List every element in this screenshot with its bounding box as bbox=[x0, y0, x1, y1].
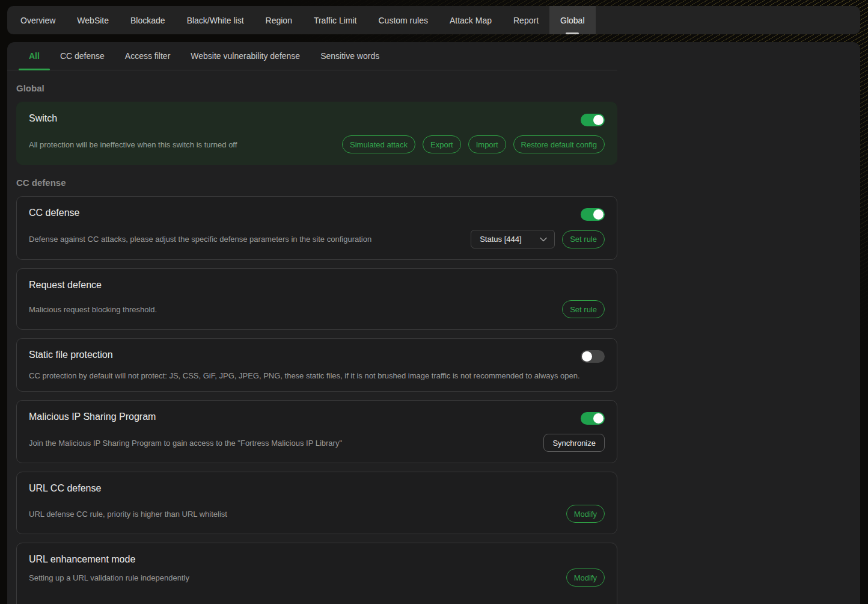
import-button[interactable]: Import bbox=[468, 135, 506, 153]
tab-website-vulnerability-defense[interactable]: Website vulnerability defense bbox=[180, 42, 310, 70]
nav-item-blockade[interactable]: Blockade bbox=[120, 6, 176, 34]
url-cc-defense-title: URL CC defense bbox=[29, 483, 101, 494]
switch-card: Switch All protection will be ineffectiv… bbox=[16, 102, 617, 165]
malicious-ip-sharing-toggle[interactable] bbox=[581, 412, 605, 425]
dropdown-selected-value: Status [444] bbox=[480, 235, 521, 244]
nav-item-custom-rules[interactable]: Custom rules bbox=[368, 6, 439, 34]
static-file-protection-title: Static file protection bbox=[29, 350, 113, 360]
section-heading-cc-defense: CC defense bbox=[16, 177, 617, 188]
malicious-ip-sharing-description: Join the Malicious IP Sharing Program to… bbox=[29, 439, 342, 448]
malicious-ip-sharing-title: Malicious IP Sharing Program bbox=[29, 411, 156, 422]
nav-item-website[interactable]: WebSite bbox=[66, 6, 120, 34]
cc-defense-title: CC defense bbox=[29, 208, 80, 218]
url-enhancement-mode-card: URL enhancement mode Setting up a URL va… bbox=[16, 543, 617, 604]
sub-tab-bar: All CC defense Access filter Website vul… bbox=[7, 42, 617, 70]
static-file-protection-description: CC protection by default will not protec… bbox=[29, 371, 580, 380]
cc-defense-card: CC defense Defense against CC attacks, p… bbox=[16, 196, 617, 260]
nav-item-traffic-limit[interactable]: Traffic Limit bbox=[303, 6, 368, 34]
url-enhancement-modify-button[interactable]: Modify bbox=[566, 569, 605, 587]
main-panel: All CC defense Access filter Website vul… bbox=[7, 42, 860, 604]
switch-card-title: Switch bbox=[29, 113, 57, 124]
synchronize-button[interactable]: Synchronize bbox=[543, 434, 605, 452]
tab-cc-defense[interactable]: CC defense bbox=[50, 42, 115, 70]
url-cc-defense-description: URL defense CC rule, priority is higher … bbox=[29, 510, 227, 519]
tab-access-filter[interactable]: Access filter bbox=[115, 42, 180, 70]
toggle-knob bbox=[582, 351, 592, 362]
url-cc-defense-modify-button[interactable]: Modify bbox=[566, 505, 605, 523]
cc-defense-toggle[interactable] bbox=[581, 208, 605, 221]
toggle-knob bbox=[593, 115, 604, 125]
page-background: Overview WebSite Blockade Black/White li… bbox=[0, 0, 868, 604]
top-nav-bar: Overview WebSite Blockade Black/White li… bbox=[7, 6, 860, 34]
nav-item-report[interactable]: Report bbox=[503, 6, 549, 34]
nav-item-black-white-list[interactable]: Black/White list bbox=[176, 6, 255, 34]
nav-item-attack-map[interactable]: Attack Map bbox=[439, 6, 503, 34]
static-file-protection-card: Static file protection CC protection by … bbox=[16, 338, 617, 392]
nav-item-global[interactable]: Global bbox=[549, 6, 595, 34]
cc-defense-description: Defense against CC attacks, please adjus… bbox=[29, 235, 371, 244]
static-file-protection-toggle[interactable] bbox=[581, 350, 605, 363]
toggle-knob bbox=[593, 413, 604, 424]
cc-defense-set-rule-button[interactable]: Set rule bbox=[562, 230, 605, 248]
nav-item-region[interactable]: Region bbox=[255, 6, 303, 34]
restore-default-config-button[interactable]: Restore default config bbox=[513, 135, 605, 153]
chevron-down-icon bbox=[540, 237, 547, 242]
request-defence-title: Request defence bbox=[29, 280, 102, 291]
nav-item-overview[interactable]: Overview bbox=[10, 6, 66, 34]
cc-defense-status-dropdown[interactable]: Status [444] bbox=[471, 230, 555, 248]
malicious-ip-sharing-card: Malicious IP Sharing Program Join the Ma… bbox=[16, 400, 617, 463]
simulated-attack-button[interactable]: Simulated attack bbox=[342, 135, 415, 153]
request-defence-card: Request defence Malicious request blocki… bbox=[16, 268, 617, 330]
export-button[interactable]: Export bbox=[423, 135, 461, 153]
switch-card-description: All protection will be ineffective when … bbox=[29, 140, 237, 149]
settings-content: Global Switch All protection will be ine… bbox=[7, 83, 617, 604]
url-cc-defense-card: URL CC defense URL defense CC rule, prio… bbox=[16, 472, 617, 534]
section-heading-global: Global bbox=[16, 83, 617, 93]
request-defence-set-rule-button[interactable]: Set rule bbox=[562, 300, 605, 318]
url-enhancement-mode-title: URL enhancement mode bbox=[29, 554, 135, 565]
request-defence-description: Malicious request blocking threshold. bbox=[29, 305, 157, 314]
switch-card-actions: Simulated attack Export Import Restore d… bbox=[342, 135, 605, 153]
tab-all[interactable]: All bbox=[19, 42, 50, 70]
url-enhancement-mode-description: Setting up a URL validation rule indepen… bbox=[29, 573, 189, 582]
global-switch-toggle[interactable] bbox=[581, 114, 605, 126]
toggle-knob bbox=[593, 209, 604, 220]
tab-sensitive-words[interactable]: Sensitive words bbox=[310, 42, 390, 70]
